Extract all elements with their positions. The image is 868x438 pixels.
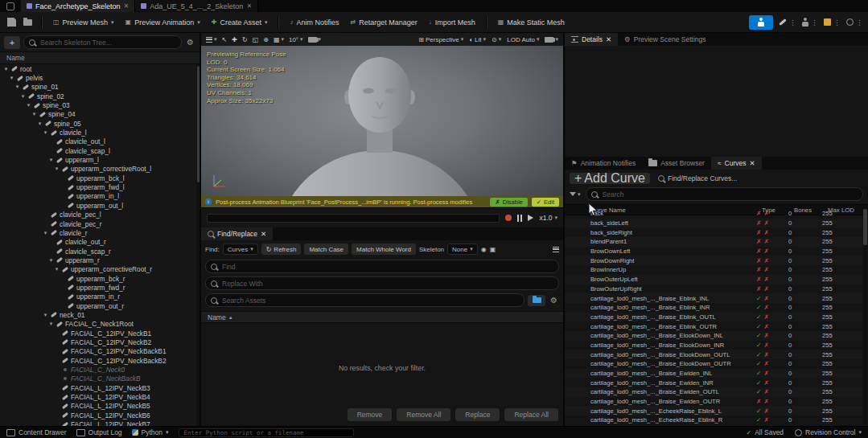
menu-icon[interactable] [553, 247, 559, 252]
expander-icon[interactable]: ▾ [37, 121, 43, 127]
animation-mode-group[interactable]: ⋮ [802, 18, 818, 27]
refresh-button[interactable]: ↻Refresh [261, 244, 302, 255]
close-icon[interactable]: ✕ [246, 2, 252, 10]
tree-item-clavicle_pec_r[interactable]: clavicle_pec_r [0, 219, 195, 228]
expander-icon[interactable]: ▾ [20, 93, 26, 100]
preview-mesh-button[interactable]: ◫ Preview Mesh ▾ [48, 16, 119, 29]
preview-animation-button[interactable]: ▣ Preview Animation ▾ [121, 16, 205, 29]
close-icon[interactable]: ✕ [750, 159, 755, 167]
tree-scrollbar[interactable] [196, 64, 200, 426]
tree-item-spine_03[interactable]: ▾spine_03 [0, 100, 195, 109]
tree-item-upperarm_r[interactable]: ▾upperarm_r [0, 256, 195, 264]
scale-tool-button[interactable]: ◱ [253, 36, 259, 43]
replace-button[interactable]: Replace [455, 408, 500, 421]
view-mode-dropdown[interactable]: ◐Lit▾ [469, 36, 486, 43]
expander-icon[interactable]: ▾ [48, 321, 54, 327]
grid-snap-toggle[interactable]: ▦▾ [274, 36, 284, 43]
all-saved-status[interactable]: ✓ All Saved [746, 428, 784, 436]
tab-asset-browser[interactable]: Asset Browser [642, 157, 711, 170]
move-tool-button[interactable]: ✚ [232, 36, 237, 43]
expander-icon[interactable]: ▾ [3, 66, 9, 72]
expander-icon[interactable]: ▾ [43, 312, 48, 318]
curve-row[interactable]: blendParent1✗✗0255 [565, 237, 862, 247]
tab-find-replace[interactable]: Find/Replace ✕ [201, 227, 273, 240]
tree-item-clavicle_r[interactable]: ▾clavicle_r [0, 228, 195, 237]
camera-speed-button[interactable]: ▾ [308, 36, 322, 43]
perspective-dropdown[interactable]: ⊞Perspective▾ [418, 36, 463, 43]
python-command-field[interactable] [179, 428, 354, 437]
tree-item-upperarm_fwd_r[interactable]: upperarm_fwd_r [0, 283, 195, 292]
select-tool-button[interactable]: ↖ [222, 36, 228, 43]
expander-icon[interactable]: ▾ [48, 257, 54, 264]
replace-input[interactable] [220, 279, 553, 289]
curve-row[interactable]: BrowInnerUp✗✗0255 [565, 265, 862, 275]
browse-results-icon[interactable]: ▣ [490, 246, 496, 253]
retarget-manager-button[interactable]: ⇄ Retarget Manager [346, 16, 422, 29]
skeleton-filter-dropdown[interactable]: None▾ [447, 244, 478, 255]
tree-item-upperarm_bck_l[interactable]: upperarm_bck_l [0, 174, 195, 182]
tree-item-FACIAL_L_12IPV_NeckB6[interactable]: FACIAL_L_12IPV_NeckB6 [0, 411, 195, 420]
tree-item-upperarm_bck_r[interactable]: upperarm_bck_r [0, 274, 195, 283]
playback-speed-dropdown[interactable]: x1.0 ▾ [539, 214, 557, 222]
world-local-toggle[interactable]: ⊕ [263, 36, 269, 43]
tree-item-clavicle_out_r[interactable]: clavicle_out_r [0, 238, 195, 247]
results-name-header[interactable]: Name ▲ [201, 311, 563, 323]
skeleton-mode-button[interactable] [749, 15, 773, 30]
physics-mode-group[interactable]: ⋮ [846, 18, 863, 27]
curve-search-input[interactable] [601, 190, 858, 199]
viewport[interactable]: ▾ ↖ ✚ ↻ ◱ ⊕ ▦▾ 10°▾ ▾ ⊞Perspective▾ ◐Lit… [201, 33, 563, 207]
tree-item-FACIAL_C_12IPV_NeckB2[interactable]: FACIAL_C_12IPV_NeckB2 [0, 338, 195, 346]
kebab-menu-icon[interactable]: ⋮ [856, 18, 863, 27]
expander-icon[interactable]: ▾ [54, 166, 60, 172]
import-mesh-button[interactable]: ↓ Import Mesh [424, 16, 480, 29]
tree-item-upperarm_out_l[interactable]: upperarm_out_l [0, 201, 195, 210]
tree-item-upperarm_in_l[interactable]: upperarm_in_l [0, 192, 195, 201]
expander-icon[interactable]: ▾ [31, 111, 37, 117]
tree-item-spine_04[interactable]: ▾spine_04 [0, 110, 195, 119]
tree-item-clavicle_out_l[interactable]: clavicle_out_l [0, 137, 195, 146]
curve-row[interactable]: back✗✗0255 [565, 209, 862, 219]
match-whole-word-toggle[interactable]: Match Whole Word [352, 244, 416, 255]
edit-postprocess-button[interactable]: ✓ Edit [532, 198, 559, 207]
curve-search-field[interactable] [586, 187, 863, 201]
skeleton-tree-search[interactable] [23, 35, 182, 49]
tree-item-FACIAL_L_12IPV_NeckB5[interactable]: FACIAL_L_12IPV_NeckB5 [0, 402, 195, 411]
find-type-dropdown[interactable]: Curves▾ [223, 244, 258, 255]
asset-tab-ada-skeleton[interactable]: Ada_UE_5_4_..._2_Skeleton ✕ [135, 0, 258, 12]
curve-row[interactable]: back_sideRight✗✗0255 [565, 227, 862, 237]
kebab-menu-icon[interactable]: ⋮ [789, 18, 796, 27]
curve-row[interactable]: cartilage_lod0_mesh_..._Braise_ElookDown… [565, 331, 862, 341]
tree-item-FACIAL_L_12IPV_NeckB7[interactable]: FACIAL_L_12IPV_NeckB7 [0, 420, 195, 426]
replace-all-button[interactable]: Replace All [504, 408, 558, 421]
tree-item-upperarm_in_r[interactable]: upperarm_in_r [0, 293, 195, 301]
tree-item-upperarm_fwd_l[interactable]: upperarm_fwd_l [0, 182, 195, 191]
curve-row[interactable]: cartilage_lod0_mesh_..._Braise_Ewiden_IN… [565, 378, 862, 387]
scrollbar-thumb[interactable] [863, 209, 867, 245]
pause-button[interactable] [517, 215, 522, 222]
tree-item-FACIAL_L_12IPV_NeckB4[interactable]: FACIAL_L_12IPV_NeckB4 [0, 392, 195, 401]
gear-icon[interactable]: ⚙ [549, 296, 559, 305]
add-curve-button[interactable]: + Add Curve [570, 173, 650, 184]
expander-icon[interactable]: ▾ [43, 129, 48, 136]
curve-row[interactable]: cartilage_lod0_mesh_..._Braise_Ewiden_OU… [565, 387, 862, 397]
python-command-input[interactable] [183, 428, 350, 437]
expander-icon[interactable]: ▾ [48, 157, 54, 163]
tree-item-FACIAL_C_12IPV_NeckBackB1[interactable]: FACIAL_C_12IPV_NeckBackB1 [0, 347, 195, 356]
create-asset-button[interactable]: ✚ Create Asset ▾ [207, 16, 273, 29]
expander-icon[interactable]: ▾ [43, 230, 48, 236]
asset-tab-face-archetype-skeleton[interactable]: Face_Archetype_Skeleton ✕ [21, 0, 135, 12]
tree-item-clavicle_l[interactable]: ▾clavicle_l [0, 128, 195, 137]
curve-row[interactable]: back_sideLeft✗✗0255 [565, 219, 862, 228]
tree-item-root[interactable]: ▾root [0, 64, 195, 73]
curve-row[interactable]: cartilage_lod0_mesh_..._EcheekRaise_Ebli… [565, 406, 862, 415]
close-icon[interactable]: ✕ [606, 35, 611, 43]
curve-row[interactable]: BrowOuterUpLeft✗✗0255 [565, 275, 862, 284]
anim-notifies-button[interactable]: ♪ Anim Notifies [285, 16, 343, 29]
rotation-snap-toggle[interactable]: 10°▾ [289, 36, 303, 43]
curve-row[interactable]: cartilage_lod0_mesh_..._Braise_Eblink_OU… [565, 321, 862, 331]
lod-dropdown[interactable]: LOD Auto▾ [507, 36, 539, 43]
close-icon[interactable]: ✕ [124, 2, 130, 10]
tree-item-neck_01[interactable]: ▾neck_01 [0, 310, 195, 319]
curve-row[interactable]: cartilage_lod0_mesh_..._Braise_ElookDown… [565, 341, 862, 350]
tree-item-FACIAL_C_Neck0[interactable]: FACIAL_C_Neck0 [0, 365, 195, 374]
